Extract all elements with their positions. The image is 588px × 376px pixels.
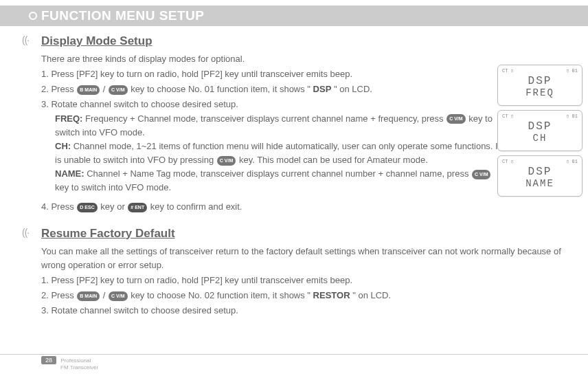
page-number: 28 xyxy=(41,356,56,364)
lcd-ind-l: CT ▯ xyxy=(502,159,514,164)
fstep2-b: / xyxy=(103,290,108,300)
lcd-screen-freq: CT ▯▯ 01 DSP FREQ xyxy=(497,65,583,106)
header-title: FUNCTION MENU SETUP xyxy=(41,8,205,23)
factory-step-3: 3. Rotate channel switch to choose desir… xyxy=(41,304,508,318)
fstep2-c: key to choose No. 02 function item, it s… xyxy=(131,290,310,300)
footer-line1: Professional xyxy=(60,357,91,364)
ch-option: CH: Channel mode, 1~21 items of function… xyxy=(55,140,501,167)
freq-option: FREQ: Frequency + Channel mode, transcei… xyxy=(55,112,501,140)
lcd-line2: CH xyxy=(502,133,578,144)
name-text-1: Channel + Name Tag mode, transceiver dis… xyxy=(87,168,471,179)
step2-part-b: / xyxy=(103,84,108,94)
lcd-line1: DSP xyxy=(502,75,578,87)
lcd-screen-name: CT ▯▯ 01 DSP NAME xyxy=(497,155,583,197)
lcd-screen-ch: CT ▯▯ 01 DSP CH xyxy=(497,110,583,151)
step2-part-d: " on LCD. xyxy=(334,84,372,94)
cvm-button-icon: C V/M xyxy=(446,114,465,124)
content: Display Mode Setup There are three kinds… xyxy=(0,26,588,318)
bmain-button-icon: B MAIN xyxy=(77,85,100,95)
page-footer: 28 Professional FM Transceiver xyxy=(0,354,588,371)
intro-text: There are three kinds of display modes f… xyxy=(41,52,508,66)
cvm-button-icon: C V/M xyxy=(217,156,236,166)
lcd-line2: NAME xyxy=(502,178,578,189)
name-option: NAME: Channel + Name Tag mode, transceiv… xyxy=(55,167,501,195)
lcd-ind-l: CT ▯ xyxy=(502,68,514,74)
step-3: 3. Rotate channel switch to choose desir… xyxy=(41,98,508,111)
step4-part-a: 4. Press xyxy=(41,201,76,212)
lcd-ind-r: ▯ 01 xyxy=(566,113,578,119)
factory-step-1: 1. Press [PF2] key to turn on radio, hol… xyxy=(41,274,508,287)
fstep2-bold: RESTOR xyxy=(313,290,350,300)
lcd-ind-r: ▯ 01 xyxy=(566,159,578,164)
lcd-ind-r: ▯ 01 xyxy=(566,68,578,74)
ent-button-icon: # ENT xyxy=(128,203,147,212)
ch-label: CH: xyxy=(55,141,71,151)
factory-intro: You can make all the settings of transce… xyxy=(41,245,583,272)
step2-part-a: 2. Press xyxy=(41,84,76,94)
fstep2-a: 2. Press xyxy=(41,290,76,300)
footer-line2: FM Transceiver xyxy=(60,364,98,371)
desc-button-icon: D ESC xyxy=(77,203,97,212)
lcd-line1: DSP xyxy=(502,166,578,178)
ch-text-2: key. This model can be used for Amateur … xyxy=(239,155,428,165)
name-label: NAME: xyxy=(55,168,84,179)
step2-bold: DSP xyxy=(313,84,332,94)
freq-text-1: Frequency + Channel mode, transceiver di… xyxy=(85,113,446,124)
cvm-button-icon: C V/M xyxy=(109,85,127,95)
name-text-2: key to switch into VFO mode. xyxy=(55,182,171,192)
page-header: FUNCTION MENU SETUP xyxy=(0,5,588,26)
step-4: 4. Press D ESC key or # ENT key to confi… xyxy=(41,200,508,214)
lcd-line2: FREQ xyxy=(502,87,578,98)
step2-part-c: key to choose No. 01 function item, it s… xyxy=(131,84,310,94)
cvm-button-icon: C V/M xyxy=(472,170,490,179)
bmain-button-icon: B MAIN xyxy=(77,291,100,301)
step4-part-c: key to confirm and exit. xyxy=(150,201,242,212)
step4-part-b: key or xyxy=(100,201,127,212)
cvm-button-icon: C V/M xyxy=(109,291,127,301)
step-2: 2. Press B MAIN / C V/M key to choose No… xyxy=(41,82,508,96)
lcd-ind-l: CT ▯ xyxy=(502,113,514,119)
section-title-factory: Resume Factory Default xyxy=(41,227,583,241)
freq-label: FREQ: xyxy=(55,113,82,124)
lcd-line1: DSP xyxy=(502,120,578,133)
lcd-stack: CT ▯▯ 01 DSP FREQ CT ▯▯ 01 DSP CH CT ▯▯ … xyxy=(497,65,583,201)
section-title-display: Display Mode Setup xyxy=(41,34,583,48)
factory-step-2: 2. Press B MAIN / C V/M key to choose No… xyxy=(41,289,508,302)
section-factory-default: Resume Factory Default You can make all … xyxy=(41,227,583,318)
step-1: 1. Press [PF2] key to turn on radio, hol… xyxy=(41,67,508,81)
fstep2-d: " on LCD. xyxy=(352,290,391,300)
